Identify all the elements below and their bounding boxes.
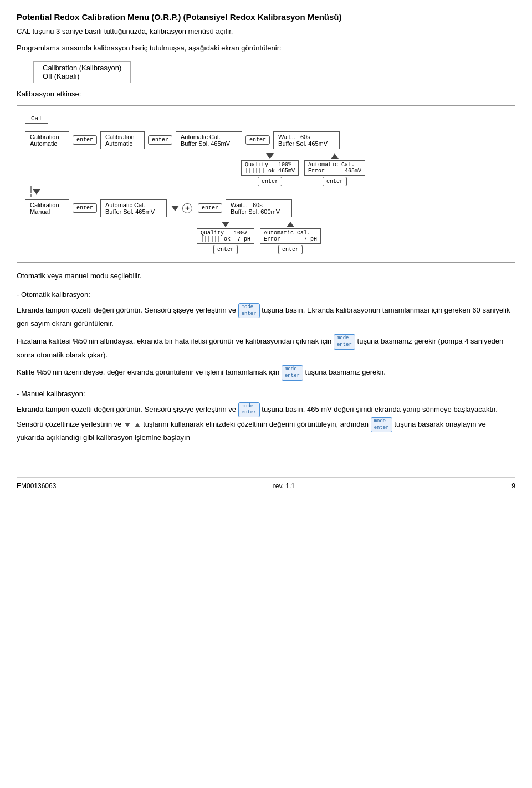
arrow-down-manual (125, 423, 130, 427)
footer-right: 9 (511, 482, 515, 490)
flow-row-manual: Calibration Manual enter Automatic Cal. … (25, 199, 292, 217)
body-text-area: Otomatik veya manuel modu seçilebilir. -… (17, 270, 515, 444)
enter-btn-3: enter (245, 135, 270, 145)
cal-label: Calibration (Kalibrasyon) (43, 64, 121, 72)
down-arrow-qual1 (266, 153, 274, 159)
down-arrow-qual2 (222, 222, 229, 227)
arrow-up-manual (135, 423, 140, 427)
manual-para1: Ekranda tampon çözelti değeri görünür. S… (17, 402, 515, 444)
kal-etkin-label: Kalibrasyon etkinse: (17, 89, 515, 100)
down-arrow-manual-path (33, 189, 40, 195)
enter-btn-m2: enter (198, 203, 222, 213)
page-title: Potential Redox Calibration Menu (O.R.P.… (17, 11, 515, 23)
intro-text-2: Programlama sırasında kalibrasyon hariç … (17, 43, 515, 54)
auto-para2: Hizalama kalitesi %50'nin altındaysa, ek… (17, 334, 515, 361)
auto-heading: - Otomatik kalibrasyon: (17, 289, 515, 301)
footer-left: EM00136063 (17, 482, 56, 490)
enter-btn-2: enter (148, 135, 172, 145)
enter-btn-a2: enter (278, 245, 303, 254)
mode-enter-btn-man2[interactable]: modeenter (371, 417, 392, 432)
up-arrow-autocal1 (331, 153, 339, 159)
cal-automatic-box-1: Calibration Automatic (25, 131, 69, 149)
enter-btn-q1: enter (258, 177, 282, 186)
plus-circle-icon: + (182, 203, 192, 213)
down-arrow-manual-buf (171, 206, 179, 211)
quality-7ph-box: Quality 100% |||||| ok 7 pH (197, 228, 254, 244)
quality-100-box: Quality 100% |||||| ok 465mV (241, 160, 299, 176)
manual-heading: - Manuel kalibrasyon: (17, 388, 515, 400)
mode-enter-btn-auto1[interactable]: modeenter (238, 303, 260, 318)
footer-center: rev. 1.1 (273, 482, 295, 490)
diagram-container: Cal Calibration Automatic enter Calibrat… (17, 105, 515, 263)
cal-manual-buf-box: Automatic Cal. Buffer Sol. 465mV (100, 199, 167, 217)
auto-manual-intro: Otomatik veya manuel modu seçilebilir. (17, 270, 515, 282)
cal-top-label: Cal (25, 114, 48, 124)
auto-para3: Kalite %50'nin üzerindeyse, değer ekrand… (17, 365, 515, 380)
autocal-error-box-1: Automatic Cal. Error 465mV (304, 160, 365, 176)
cal-automatic-cal-buf-box: Automatic Cal. Buffer Sol. 465mV (176, 131, 242, 149)
cal-value: Off (Kapalı) (43, 72, 79, 80)
wait-60s-600mv-box: Wait... 60s Buffer Sol. 600mV (226, 199, 292, 217)
enter-btn-q2: enter (213, 245, 238, 254)
mode-enter-btn-auto2[interactable]: modeenter (334, 334, 355, 349)
calibration-off-box: Calibration (Kalibrasyon) Off (Kapalı) (33, 61, 131, 83)
cal-manual-box: Calibration Manual (25, 199, 69, 217)
mode-enter-btn-man1[interactable]: modeenter (238, 402, 260, 417)
wait-60s-box: Wait... 60s Buffer Sol. 465mV (273, 131, 340, 149)
up-arrow-autocal2 (287, 222, 294, 227)
mode-enter-btn-auto3[interactable]: modeenter (282, 365, 303, 380)
intro-text-1: CAL tuşunu 3 saniye basılı tuttuğunuzda,… (17, 26, 515, 37)
enter-btn-a1: enter (323, 177, 347, 186)
enter-btn-m1: enter (73, 203, 97, 213)
autocal-error-7ph-box: Automatic Cal. Error 7 pH (260, 228, 321, 244)
flow-row-automatic: Calibration Automatic enter Calibration … (25, 131, 340, 149)
enter-btn-1: enter (73, 135, 97, 145)
cal-automatic-box-2: Calibration Automatic (100, 131, 145, 149)
auto-para1: Ekranda tampon çözelti değeri görünür. S… (17, 303, 515, 330)
